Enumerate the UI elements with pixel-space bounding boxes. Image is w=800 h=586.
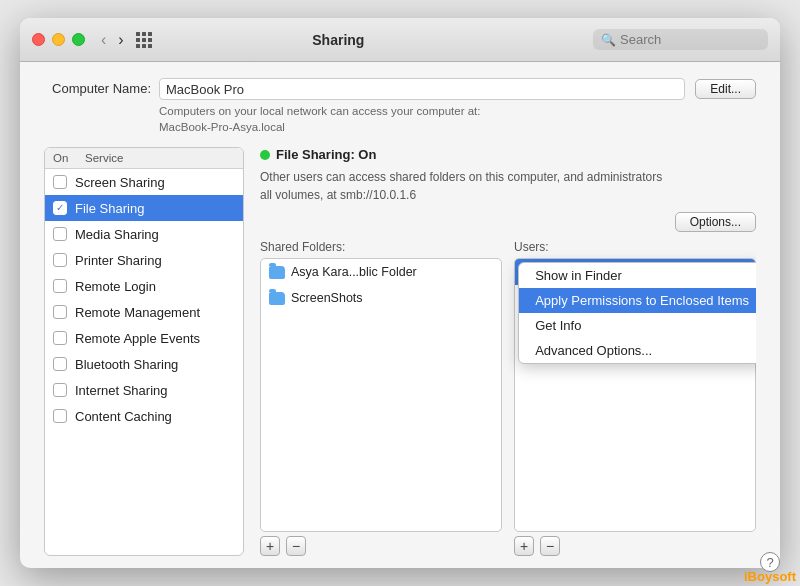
menu-item-show-in-finder[interactable]: Show in Finder: [519, 263, 756, 288]
traffic-lights: [32, 33, 85, 46]
checkbox-content-caching[interactable]: [53, 409, 67, 423]
options-button[interactable]: Options...: [675, 212, 756, 232]
folders-controls: + −: [260, 536, 502, 556]
service-media-sharing[interactable]: Media Sharing: [45, 221, 243, 247]
network-info: Computers on your local network can acce…: [159, 103, 756, 135]
minimize-button[interactable]: [52, 33, 65, 46]
search-icon: 🔍: [601, 33, 616, 47]
check-icon: ✓: [56, 203, 64, 213]
service-internet-sharing[interactable]: Internet Sharing: [45, 377, 243, 403]
service-label: Internet Sharing: [75, 383, 168, 398]
computer-name-input[interactable]: [159, 78, 685, 100]
checkbox-internet-sharing[interactable]: [53, 383, 67, 397]
checkbox-remote-login[interactable]: [53, 279, 67, 293]
options-row: Options...: [260, 212, 756, 232]
context-menu: Show in Finder Apply Permissions to Encl…: [518, 262, 756, 364]
users-column: Users: 👤 Asya Karapetyan Read...Write ⌄: [514, 240, 756, 556]
help-button[interactable]: ?: [760, 552, 780, 568]
add-user-button[interactable]: +: [514, 536, 534, 556]
service-label: Content Caching: [75, 409, 172, 424]
folder-item-asya[interactable]: Asya Kara...blic Folder: [261, 259, 501, 285]
service-content-caching[interactable]: Content Caching: [45, 403, 243, 429]
service-label: Printer Sharing: [75, 253, 162, 268]
checkbox-remote-apple-events[interactable]: [53, 331, 67, 345]
service-remote-management[interactable]: Remote Management: [45, 299, 243, 325]
window-title: Sharing: [84, 32, 593, 48]
checkbox-printer-sharing[interactable]: [53, 253, 67, 267]
service-label: Remote Management: [75, 305, 200, 320]
menu-item-apply-permissions[interactable]: Apply Permissions to Enclosed Items: [519, 288, 756, 313]
computer-name-label: Computer Name:: [44, 78, 159, 96]
users-controls: + −: [514, 536, 756, 556]
dropdown-menu: Show in Finder Apply Permissions to Encl…: [518, 262, 756, 364]
service-label: Remote Apple Events: [75, 331, 200, 346]
search-bar[interactable]: 🔍: [593, 29, 768, 50]
checkbox-bluetooth-sharing[interactable]: [53, 357, 67, 371]
menu-item-advanced-options[interactable]: Advanced Options...: [519, 338, 756, 363]
menu-item-get-info[interactable]: Get Info: [519, 313, 756, 338]
status-row: File Sharing: On: [260, 147, 756, 162]
folder-name: Asya Kara...blic Folder: [291, 265, 417, 279]
header-on: On: [53, 152, 85, 164]
service-label: File Sharing: [75, 201, 144, 216]
search-input[interactable]: [620, 32, 760, 47]
close-button[interactable]: [32, 33, 45, 46]
service-remote-login[interactable]: Remote Login: [45, 273, 243, 299]
service-label: Media Sharing: [75, 227, 159, 242]
checkbox-file-sharing[interactable]: ✓: [53, 201, 67, 215]
shared-folders-label: Shared Folders:: [260, 240, 502, 254]
main-panel: On Service Screen Sharing ✓ File Sharing…: [44, 147, 756, 556]
computer-name-section: Computer Name: Edit... Computers on your…: [44, 78, 756, 135]
service-printer-sharing[interactable]: Printer Sharing: [45, 247, 243, 273]
content-area: Computer Name: Edit... Computers on your…: [20, 62, 780, 568]
services-panel: On Service Screen Sharing ✓ File Sharing…: [44, 147, 244, 556]
folder-item-screenshots[interactable]: ScreenShots: [261, 285, 501, 311]
header-service: Service: [85, 152, 235, 164]
system-preferences-window: ‹ › Sharing 🔍 Computer Name: Edit... Com…: [20, 18, 780, 568]
service-label: Remote Login: [75, 279, 156, 294]
folders-users-area: Shared Folders: Asya Kara...blic Folder …: [260, 240, 756, 556]
service-screen-sharing[interactable]: Screen Sharing: [45, 169, 243, 195]
titlebar: ‹ › Sharing 🔍: [20, 18, 780, 62]
users-label: Users:: [514, 240, 756, 254]
remove-folder-button[interactable]: −: [286, 536, 306, 556]
folder-icon: [269, 292, 285, 305]
computer-name-right: Edit... Computers on your local network …: [159, 78, 756, 135]
service-bluetooth-sharing[interactable]: Bluetooth Sharing: [45, 351, 243, 377]
status-description: Other users can access shared folders on…: [260, 168, 756, 204]
folder-name: ScreenShots: [291, 291, 363, 305]
remove-user-button[interactable]: −: [540, 536, 560, 556]
checkbox-remote-management[interactable]: [53, 305, 67, 319]
service-label: Screen Sharing: [75, 175, 165, 190]
right-panel: File Sharing: On Other users can access …: [260, 147, 756, 556]
checkbox-media-sharing[interactable]: [53, 227, 67, 241]
status-dot: [260, 150, 270, 160]
folder-icon: [269, 266, 285, 279]
service-remote-apple-events[interactable]: Remote Apple Events: [45, 325, 243, 351]
add-folder-button[interactable]: +: [260, 536, 280, 556]
service-label: Bluetooth Sharing: [75, 357, 178, 372]
checkbox-screen-sharing[interactable]: [53, 175, 67, 189]
shared-folders-list[interactable]: Asya Kara...blic Folder ScreenShots: [260, 258, 502, 532]
services-header: On Service: [45, 148, 243, 169]
service-file-sharing[interactable]: ✓ File Sharing: [45, 195, 243, 221]
status-label: File Sharing: On: [276, 147, 376, 162]
edit-button[interactable]: Edit...: [695, 79, 756, 99]
shared-folders-column: Shared Folders: Asya Kara...blic Folder …: [260, 240, 502, 556]
